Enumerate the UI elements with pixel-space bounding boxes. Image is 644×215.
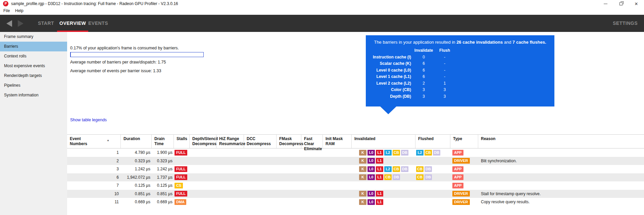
back-button[interactable] — [4, 15, 14, 32]
header-cell-flushed[interactable]: Flushed — [415, 135, 450, 148]
flushed-cell — [415, 190, 450, 198]
sidebar-item-context-rolls[interactable]: Context rolls — [0, 51, 67, 61]
sidebar-item-most-expensive-events[interactable]: Most expensive events — [0, 61, 67, 71]
header-cell-stalls[interactable]: Stalls — [174, 135, 190, 148]
header-cell-event-numbers[interactable]: Event Numbers▲ — [67, 135, 121, 148]
fmask-decompress-cell — [277, 148, 301, 157]
init-mask-ram-cell — [323, 190, 352, 198]
callout-invalidate-value: 6 — [411, 74, 436, 80]
reason-cell: Blit synchronization. — [478, 157, 644, 165]
tab-start[interactable]: START — [38, 15, 54, 32]
badge-driver: DRIVER — [452, 199, 470, 205]
tab-events[interactable]: EVENTS — [88, 15, 108, 32]
badge-cb: CB — [416, 166, 424, 172]
reason-cell: Stall for timestamp query resolve. — [478, 190, 644, 198]
type-cell: DRIVER — [450, 157, 478, 165]
callout-invalidate-value: 2 — [411, 80, 436, 87]
header-cell-reason[interactable]: Reason — [478, 135, 644, 148]
header-cell-hiz-range-resummarize[interactable]: HiZ Range Resummarize — [216, 135, 244, 148]
table-row[interactable]: 31.242 µs1.242 µsFULLKL0L1L2CBDBCBDBAPP — [67, 165, 644, 173]
callout-row-label: Level 0 cache (L0) — [366, 67, 411, 74]
minimize-button[interactable] — [598, 0, 613, 7]
callout-invalidate-value: 0 — [411, 54, 436, 61]
depth-stencil-decompress-cell — [190, 173, 216, 182]
badge-app: APP — [452, 166, 463, 172]
depth-stencil-decompress-cell — [190, 190, 216, 198]
callout-flush-value: 3 — [436, 93, 453, 100]
hiz-range-resummarize-cell — [216, 157, 244, 165]
event-number-cell: 10 — [67, 190, 121, 198]
callout-invalidate-value: 3 — [411, 87, 436, 93]
init-mask-ram-cell — [323, 165, 352, 173]
header-cell-drain-time[interactable]: Drain Time — [152, 135, 174, 148]
show-table-legends-link[interactable]: Show table legends — [70, 118, 107, 122]
table-row[interactable]: 110.669 µs0.669 µsDMAKL0L1DRIVERCopy res… — [67, 198, 644, 206]
sidebar-item-barriers[interactable]: Barriers — [0, 42, 67, 51]
badge-full: FULL — [175, 166, 187, 172]
callout-heading: The barriers in your application resulte… — [366, 35, 554, 45]
header-cell-depth-stencil-decompress[interactable]: Depth/Stencil Decompress — [190, 135, 216, 148]
titlebar: P sample_profile.rgp - D3D12 - Instructi… — [0, 0, 644, 7]
badge-db: DB — [425, 174, 432, 180]
header-cell-dcc-decompress[interactable]: DCC Decompress — [244, 135, 277, 148]
header-cell-type[interactable]: Type — [450, 135, 478, 148]
cache-callout: The barriers in your application resulte… — [366, 35, 554, 106]
table-row[interactable]: 14.780 µs1.900 µsFULLKL0L1L2CBDBL2CBDBAP… — [67, 148, 644, 157]
avg-events-text: Average number of events per barrier iss… — [70, 69, 161, 73]
reason-cell — [478, 165, 644, 173]
init-mask-ram-cell — [323, 157, 352, 165]
sidebar-item-pipelines[interactable]: Pipelines — [0, 81, 67, 90]
callout-flush-value: - — [436, 74, 453, 80]
badge-app: APP — [452, 150, 463, 156]
badge-l1: L1 — [376, 166, 383, 172]
menu-item-file[interactable]: File — [3, 8, 10, 13]
header-cell-duration[interactable]: Duration — [121, 135, 152, 148]
forward-button[interactable] — [15, 15, 26, 32]
callout-row-label: Color (CB) — [366, 87, 411, 93]
stalls-cell: FULL — [174, 190, 190, 198]
barriers-progressbar — [70, 52, 204, 57]
init-mask-ram-cell — [323, 148, 352, 157]
fmask-decompress-cell — [277, 190, 301, 198]
dcc-decompress-cell — [244, 165, 277, 173]
table-row[interactable]: 61,942.072 µs1.737 µsFULLKL0L1CBDBCBDBAP… — [67, 173, 644, 182]
invalidated-cell: KL0L1L2CBDB — [352, 165, 415, 173]
tab-settings[interactable]: SETTINGS — [613, 15, 638, 32]
table-row[interactable]: 100.851 µs0.851 µsFULLKL0L1DRIVERStall f… — [67, 190, 644, 198]
header-cell-init-mask-ram[interactable]: Init Mask RAM — [323, 135, 352, 148]
duration-cell: 0.323 µs — [121, 157, 152, 165]
callout-flush-value: 1 — [436, 80, 453, 87]
badge-db: DB — [393, 174, 400, 180]
badge-cb: CB — [393, 150, 400, 156]
callout-row-label: Depth (DB) — [366, 93, 411, 100]
init-mask-ram-cell — [323, 181, 352, 190]
invalidated-cell: KL0L1CBDB — [352, 173, 415, 182]
fmask-decompress-cell — [277, 198, 301, 206]
type-cell: APP — [450, 181, 478, 190]
sidebar-item-render-depth-targets[interactable]: Render/depth targets — [0, 71, 67, 81]
callout-header-invalidate: Invalidate — [411, 47, 436, 54]
fmask-decompress-cell — [277, 165, 301, 173]
header-cell-invalidated[interactable]: Invalidated — [352, 135, 415, 148]
sidebar-item-system-information[interactable]: System information — [0, 90, 67, 100]
header-cell-fmask-decompress[interactable]: FMask Decompress — [277, 135, 301, 148]
restore-button[interactable] — [613, 0, 629, 7]
duration-cell: 0.125 µs — [121, 181, 152, 190]
stalls-cell: FULL — [174, 173, 190, 182]
depth-stencil-decompress-cell — [190, 165, 216, 173]
badge-l1: L1 — [376, 191, 383, 197]
tab-overview[interactable]: OVERVIEW — [59, 15, 86, 32]
back-icon — [6, 20, 12, 27]
close-button[interactable]: ✕ — [629, 0, 644, 7]
table-row[interactable]: 20.323 µs0.323 µsKL0L1DRIVERBlit synchro… — [67, 157, 644, 165]
dcc-decompress-cell — [244, 198, 277, 206]
badge-full: FULL — [175, 150, 187, 156]
sidebar-item-frame-summary[interactable]: Frame summary — [0, 32, 67, 42]
menu-item-help[interactable]: Help — [15, 8, 23, 13]
table-row[interactable]: 70.125 µs0.125 µsCSAPP — [67, 181, 644, 190]
badge-l0: L0 — [367, 150, 375, 156]
badge-k: K — [359, 174, 366, 180]
badge-l2: L2 — [384, 166, 392, 172]
header-cell-fast-clear-eliminate[interactable]: Fast Clear Eliminate — [301, 135, 323, 148]
depth-stencil-decompress-cell — [190, 157, 216, 165]
